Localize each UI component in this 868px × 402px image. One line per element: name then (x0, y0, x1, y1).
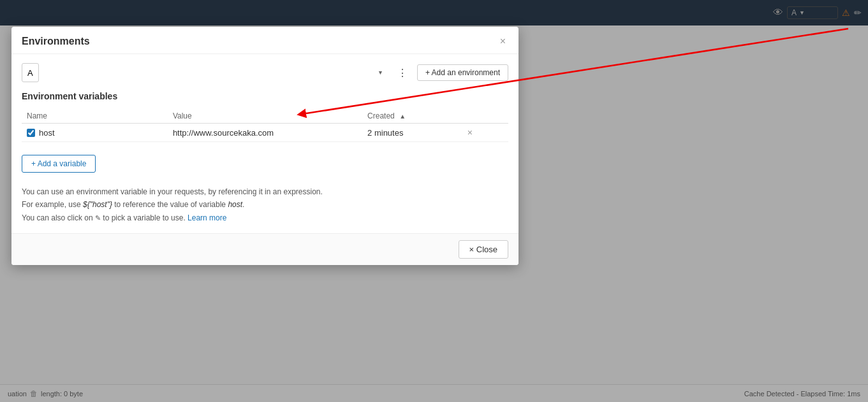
env-selector-row: A ⋮ + Add an environment (22, 63, 508, 82)
help-pencil-icon: ✎ (95, 214, 101, 222)
help-var-ref: host (228, 200, 242, 209)
modal-body: A ⋮ + Add an environment Environment var… (11, 54, 519, 233)
delete-variable-button[interactable]: × (465, 127, 475, 138)
sort-arrow-icon: ▲ (399, 113, 406, 120)
var-action-cell: × (460, 124, 508, 142)
modal-header: Environments × (11, 27, 519, 54)
three-dots-button[interactable]: ⋮ (394, 64, 412, 82)
var-value-cell: http://www.sourcekaka.com (168, 124, 362, 142)
env-dropdown[interactable]: A (22, 63, 39, 82)
add-environment-button[interactable]: + Add an environment (417, 64, 508, 81)
modal-close-button[interactable]: × (497, 36, 508, 47)
col-header-value: Value (168, 109, 362, 124)
help-code-example: ${"host"} (83, 200, 112, 209)
col-header-name: Name (22, 109, 168, 124)
table-header: Name Value Created ▲ (22, 109, 508, 124)
modal-footer: × Close (11, 233, 519, 265)
col-header-created: Created ▲ (362, 109, 460, 124)
learn-more-link[interactable]: Learn more (188, 213, 226, 222)
env-dropdown-wrapper: A (22, 63, 388, 82)
var-name-text: host (39, 128, 55, 138)
modal-title: Environments (22, 36, 90, 47)
var-created-cell: 2 minutes (362, 124, 460, 142)
help-line-3: You can also click on ✎ to pick a variab… (22, 212, 508, 224)
var-created-text: 2 minutes (367, 128, 403, 138)
table-body: host http://www.sourcekaka.com 2 minutes… (22, 124, 508, 142)
add-variable-button[interactable]: + Add a variable (22, 155, 96, 173)
var-enabled-checkbox[interactable] (27, 129, 35, 137)
var-name-cell: host (22, 124, 168, 142)
env-variables-section-title: Environment variables (22, 91, 508, 101)
variables-table: Name Value Created ▲ (22, 109, 508, 142)
col-header-action (460, 109, 508, 124)
help-text: You can use an environment variable in y… (22, 185, 508, 224)
environments-modal: Environments × A ⋮ + Add an environment … (11, 27, 519, 265)
help-line-1: You can use an environment variable in y… (22, 185, 508, 198)
help-line-2: For example, use ${"host"} to reference … (22, 198, 508, 211)
var-value-text: http://www.sourcekaka.com (173, 128, 274, 138)
table-row: host http://www.sourcekaka.com 2 minutes… (22, 124, 508, 142)
footer-close-button[interactable]: × Close (459, 240, 508, 259)
